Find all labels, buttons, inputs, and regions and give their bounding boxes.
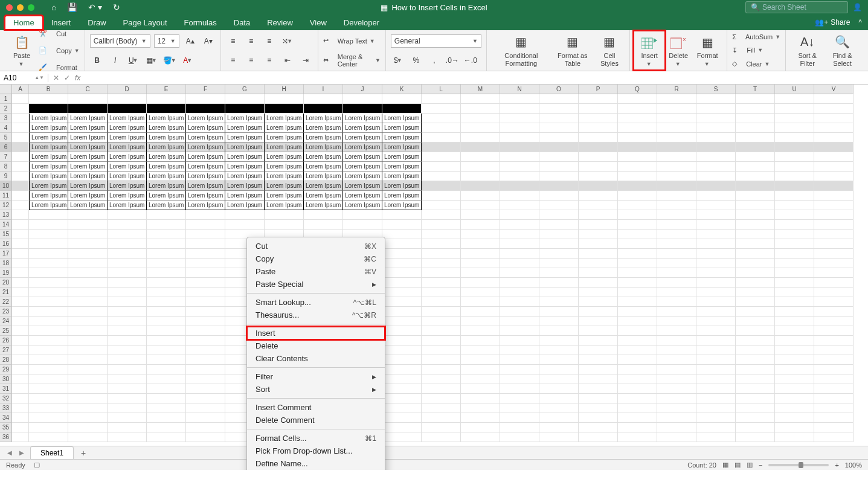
cell[interactable]: [696, 413, 736, 423]
cell[interactable]: [186, 317, 225, 326]
column-header[interactable]: M: [461, 85, 500, 94]
cell[interactable]: [461, 413, 500, 423]
bold-button[interactable]: B: [90, 54, 104, 67]
cell[interactable]: [579, 220, 618, 230]
cell[interactable]: [304, 220, 343, 230]
cell[interactable]: [696, 384, 736, 394]
cell[interactable]: [304, 210, 343, 220]
cell[interactable]: [696, 268, 736, 278]
cell[interactable]: Lorem Ipsum: [343, 162, 382, 172]
cell[interactable]: [225, 94, 265, 104]
cell[interactable]: Lorem Ipsum: [186, 152, 225, 162]
cell[interactable]: [696, 326, 736, 336]
cell[interactable]: [657, 394, 696, 403]
cell[interactable]: [539, 336, 579, 345]
cell[interactable]: [657, 297, 696, 307]
cell[interactable]: [696, 423, 736, 432]
cell[interactable]: [147, 288, 186, 297]
cell[interactable]: [29, 288, 68, 297]
cell[interactable]: [775, 355, 814, 365]
tab-developer[interactable]: Developer: [335, 16, 388, 30]
cell[interactable]: [657, 133, 696, 143]
cell[interactable]: [29, 384, 68, 394]
cell[interactable]: [696, 355, 736, 365]
cell[interactable]: [618, 288, 657, 297]
cell[interactable]: [696, 220, 736, 230]
cell[interactable]: [461, 143, 500, 152]
cell[interactable]: [775, 191, 814, 201]
cell[interactable]: [736, 268, 775, 278]
cell[interactable]: [12, 249, 29, 259]
cell[interactable]: [12, 201, 29, 210]
cell[interactable]: [500, 403, 539, 413]
cell[interactable]: [775, 143, 814, 152]
insert-cells-button[interactable]: Insert▼: [635, 32, 664, 69]
cell[interactable]: Lorem Ipsum: [265, 172, 304, 181]
row-header[interactable]: 2: [0, 104, 12, 114]
cell[interactable]: [736, 143, 775, 152]
column-header[interactable]: J: [343, 85, 382, 94]
cell[interactable]: [68, 210, 108, 220]
cell[interactable]: [422, 345, 461, 355]
cell[interactable]: [814, 210, 854, 220]
cell[interactable]: [422, 413, 461, 423]
cell[interactable]: [12, 345, 29, 355]
cell[interactable]: [579, 201, 618, 210]
macro-record-icon[interactable]: ▢: [34, 461, 40, 469]
cell[interactable]: [68, 336, 108, 345]
cell[interactable]: [579, 162, 618, 172]
cell[interactable]: Lorem Ipsum: [304, 114, 343, 123]
cell[interactable]: [12, 365, 29, 374]
cell[interactable]: [579, 432, 618, 442]
select-all-corner[interactable]: [0, 85, 12, 94]
cell[interactable]: [696, 249, 736, 259]
cell[interactable]: [147, 249, 186, 259]
save-icon[interactable]: 💾: [67, 2, 77, 12]
column-header[interactable]: E: [147, 85, 186, 94]
cell[interactable]: [814, 181, 854, 191]
window-controls[interactable]: [0, 4, 34, 11]
cell[interactable]: [696, 432, 736, 442]
cell[interactable]: [12, 288, 29, 297]
row-header[interactable]: 16: [0, 239, 12, 249]
cell[interactable]: [579, 191, 618, 201]
cell[interactable]: Lorem Ipsum: [265, 201, 304, 210]
cell[interactable]: [304, 94, 343, 104]
cell[interactable]: [539, 220, 579, 230]
column-header[interactable]: B: [29, 85, 68, 94]
cell[interactable]: [696, 210, 736, 220]
cell[interactable]: [147, 317, 186, 326]
cell[interactable]: [422, 355, 461, 365]
cell[interactable]: [814, 162, 854, 172]
cell[interactable]: [657, 374, 696, 384]
cell[interactable]: [736, 133, 775, 143]
cell[interactable]: [814, 384, 854, 394]
cell[interactable]: [343, 104, 382, 114]
cell[interactable]: [539, 239, 579, 249]
cell[interactable]: Lorem Ipsum: [68, 133, 108, 143]
cell[interactable]: Lorem Ipsum: [343, 172, 382, 181]
cell[interactable]: [382, 326, 422, 336]
cell[interactable]: [539, 172, 579, 181]
cell[interactable]: [657, 355, 696, 365]
cell[interactable]: [422, 432, 461, 442]
align-right-icon[interactable]: ≡: [262, 54, 277, 67]
cell[interactable]: [186, 374, 225, 384]
cell[interactable]: [618, 230, 657, 239]
cell[interactable]: [736, 374, 775, 384]
cell[interactable]: [12, 394, 29, 403]
add-sheet-button[interactable]: +: [74, 446, 93, 460]
cell[interactable]: [696, 123, 736, 133]
sort-filter-button[interactable]: A↓Sort & Filter: [791, 32, 824, 69]
context-menu-item-paste[interactable]: Paste⌘V: [247, 265, 385, 278]
cell[interactable]: [657, 230, 696, 239]
cell[interactable]: [29, 239, 68, 249]
cell[interactable]: [814, 365, 854, 374]
cell[interactable]: Lorem Ipsum: [108, 181, 147, 191]
cell[interactable]: [539, 423, 579, 432]
column-header[interactable]: H: [265, 85, 304, 94]
decrease-decimal-icon[interactable]: ←.0: [463, 54, 478, 67]
row-header[interactable]: 11: [0, 191, 12, 201]
cell[interactable]: [108, 384, 147, 394]
context-menu-item-smart-lookup-[interactable]: Smart Lookup...^⌥⌘L: [247, 296, 385, 309]
